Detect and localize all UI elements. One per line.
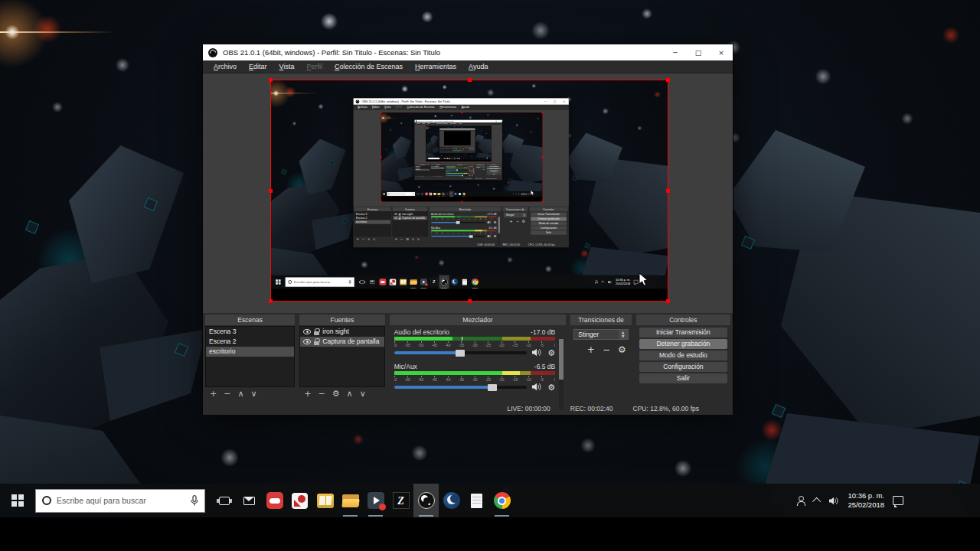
captured-screen: OBS 21.0.1 (64bit, windows) - Perfil: Si… bbox=[271, 80, 668, 301]
mixer-scrollbar[interactable] bbox=[559, 339, 564, 409]
visibility-eye-icon[interactable] bbox=[303, 329, 311, 334]
sources-add-button[interactable]: + bbox=[304, 389, 311, 399]
meter-tick-label: -40 bbox=[445, 377, 450, 382]
scenes-add-button[interactable]: + bbox=[210, 389, 217, 399]
action-center-icon[interactable] bbox=[893, 496, 903, 505]
transitions-toolbar: +−⚙ bbox=[573, 344, 629, 355]
resize-handle[interactable] bbox=[468, 78, 472, 82]
visibility-eye-icon[interactable] bbox=[303, 339, 311, 344]
settings-button[interactable]: Configuración bbox=[639, 362, 727, 372]
meter-tick-label: -60 bbox=[394, 343, 397, 347]
lock-icon[interactable] bbox=[314, 328, 319, 335]
source-item[interactable]: iron sight bbox=[300, 327, 384, 337]
cpu-fps: CPU: 12.8%, 60.00 fps bbox=[633, 405, 699, 412]
scene-item[interactable]: escritorio bbox=[206, 347, 294, 357]
meter-tick-label: -35 bbox=[459, 377, 464, 382]
z-app-icon[interactable] bbox=[388, 484, 413, 517]
resize-handle[interactable] bbox=[269, 299, 273, 303]
volume-slider[interactable] bbox=[394, 386, 528, 389]
transitions-dock-title: Transiciones de escena bbox=[570, 315, 632, 325]
menu-editar[interactable]: Editar bbox=[243, 60, 273, 73]
minimize-button[interactable]: ─ bbox=[664, 44, 687, 60]
meter-tick-label: -30 bbox=[472, 343, 477, 347]
spinner-arrows-icon[interactable]: ▲▼ bbox=[619, 330, 628, 339]
start-button[interactable] bbox=[0, 484, 35, 517]
obs-icon[interactable] bbox=[413, 484, 439, 517]
sources-gear-button[interactable]: ⚙ bbox=[332, 389, 340, 399]
obs-menubar: ArchivoEditarVistaPerfilColección de Esc… bbox=[203, 60, 733, 73]
task-view-icon[interactable] bbox=[211, 484, 237, 517]
sources-list[interactable]: iron sightCaptura de pantalla bbox=[299, 326, 384, 387]
volume-slider[interactable] bbox=[394, 351, 528, 354]
microphone-icon[interactable] bbox=[191, 495, 198, 506]
volume-slider-handle[interactable] bbox=[456, 350, 465, 357]
mixer-gear-icon[interactable]: ⚙ bbox=[547, 349, 555, 357]
taskbar-clock[interactable]: 10:36 p. m. 25/02/2018 bbox=[848, 491, 884, 510]
scene-item[interactable]: Escena 2 bbox=[206, 337, 294, 347]
explorer-icon[interactable] bbox=[338, 484, 363, 517]
studio-mode-button[interactable]: Modo de estudio bbox=[639, 350, 727, 360]
start-streaming-button[interactable]: Iniciar Transmisión bbox=[639, 328, 727, 337]
menu-herramientas[interactable]: Herramientas bbox=[409, 60, 462, 73]
menu-vista[interactable]: Vista bbox=[273, 60, 301, 73]
resize-handle[interactable] bbox=[269, 78, 273, 82]
meter-tick-label: 0 bbox=[554, 377, 555, 382]
obs-titlebar[interactable]: OBS 21.0.1 (64bit, windows) - Perfil: Si… bbox=[203, 44, 733, 60]
sources-dock-title: Fuentes bbox=[299, 315, 384, 325]
scenes-list[interactable]: Escena 3Escena 2escritorio bbox=[205, 326, 295, 387]
maximize-button[interactable]: □ bbox=[687, 44, 710, 60]
notepad-icon[interactable] bbox=[464, 484, 489, 517]
lock-icon[interactable] bbox=[314, 338, 319, 345]
capture-source-selection[interactable]: OBS 21.0.1 (64bit, windows) - Perfil: Si… bbox=[270, 80, 668, 302]
scenes-remove-button[interactable]: − bbox=[224, 389, 230, 399]
menu-archivo[interactable]: Archivo bbox=[207, 60, 243, 73]
mixer-body: Audio del escritorio-17.0 dB-60-55-50-45… bbox=[390, 325, 567, 402]
close-button[interactable]: × bbox=[710, 44, 733, 60]
transitions-gear-button[interactable]: ⚙ bbox=[618, 344, 626, 355]
source-item[interactable]: Captura de pantalla bbox=[300, 337, 384, 347]
chrome-icon[interactable] bbox=[489, 484, 514, 517]
taskbar-search[interactable] bbox=[35, 489, 205, 513]
volume-icon[interactable] bbox=[829, 497, 839, 505]
mixer-gear-icon[interactable]: ⚙ bbox=[547, 383, 555, 392]
exit-button[interactable]: Salir bbox=[639, 373, 727, 383]
book-icon[interactable] bbox=[312, 484, 338, 517]
red2-icon[interactable] bbox=[287, 484, 312, 517]
transitions-add-button[interactable]: + bbox=[587, 344, 595, 355]
video-icon[interactable] bbox=[363, 484, 388, 517]
stop-recording-button[interactable]: Detener grabación bbox=[639, 339, 727, 349]
scene-item[interactable]: Escena 3 bbox=[206, 327, 294, 337]
cortana-icon bbox=[42, 496, 51, 505]
desktop: OBS 21.0.1 (64bit, windows) - Perfil: Si… bbox=[0, 0, 980, 551]
transitions-remove-button[interactable]: − bbox=[603, 344, 610, 355]
resize-handle[interactable] bbox=[666, 189, 670, 193]
menu-perfil[interactable]: Perfil bbox=[300, 60, 328, 73]
resize-handle[interactable] bbox=[666, 299, 670, 303]
mail-icon[interactable] bbox=[237, 484, 262, 517]
resize-handle[interactable] bbox=[666, 78, 670, 82]
people-icon[interactable] bbox=[795, 496, 806, 506]
game-icon[interactable] bbox=[262, 484, 287, 517]
chevron-up-icon[interactable] bbox=[812, 497, 821, 506]
search-input[interactable] bbox=[57, 496, 185, 505]
controls-dock-title: Controles bbox=[636, 315, 730, 325]
volume-slider-handle[interactable] bbox=[488, 384, 497, 391]
transition-select[interactable]: Stinger ▲▼ bbox=[573, 329, 629, 340]
sources-remove-button[interactable]: − bbox=[318, 389, 325, 399]
resize-handle[interactable] bbox=[269, 189, 273, 193]
scenes-down-button[interactable]: ∨ bbox=[251, 389, 257, 399]
crescent-icon[interactable] bbox=[439, 484, 464, 517]
meter-tick-label: -25 bbox=[485, 377, 491, 382]
menu-colecci-n-de-escenas[interactable]: Colección de Escenas bbox=[328, 60, 409, 73]
meter-tick-label: -55 bbox=[405, 377, 410, 382]
lens-flare-icon bbox=[0, 31, 115, 33]
resize-handle[interactable] bbox=[468, 299, 472, 303]
sources-down-button[interactable]: ∨ bbox=[360, 389, 366, 399]
transitions-dock: Transiciones de escena Stinger ▲▼ +−⚙ bbox=[570, 315, 632, 402]
preview-area[interactable]: OBS 21.0.1 (64bit, windows) - Perfil: Si… bbox=[203, 73, 733, 313]
captured-screen: OBS 21.0.1 (64bit, windows) - Perfil: Si… bbox=[426, 126, 491, 161]
scenes-up-button[interactable]: ∧ bbox=[237, 389, 243, 399]
obs-window: OBS 21.0.1 (64bit, windows) - Perfil: Si… bbox=[202, 44, 733, 414]
sources-up-button[interactable]: ∧ bbox=[347, 389, 353, 399]
menu-ayuda[interactable]: Ayuda bbox=[462, 60, 494, 73]
